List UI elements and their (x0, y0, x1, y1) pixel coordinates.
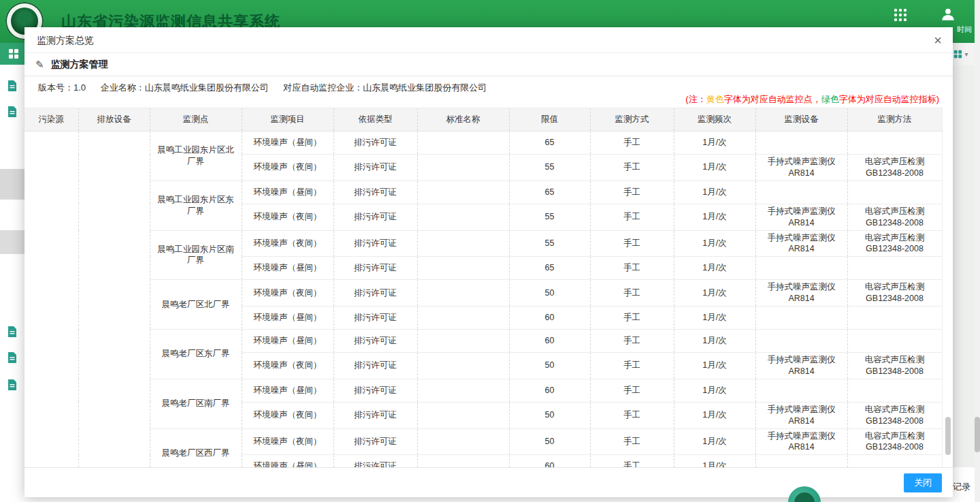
monitor-point-cell: 晨鸣老厂区北厂界 (150, 280, 242, 330)
sidebar (0, 65, 24, 467)
modal-scrollbar-thumb[interactable] (945, 417, 951, 455)
monitor-mode-cell: 手工 (590, 181, 674, 204)
auto-company-value: 山东晨鸣纸业集团股份有限公司 (363, 82, 487, 93)
monitor-mode-cell: 手工 (590, 307, 674, 330)
standard-name-cell (417, 402, 509, 428)
standard-name-cell (417, 230, 509, 257)
limit-cell: 65 (509, 257, 590, 280)
discharge-equipment-cell (78, 131, 150, 478)
monitor-freq-cell: 1月/次 (674, 402, 755, 428)
monitor-item-cell: 环境噪声（昼间） (242, 181, 333, 204)
monitor-point-cell: 晨鸣工业园东片区东厂界 (150, 181, 242, 230)
monitor-mode-cell: 手工 (590, 353, 674, 379)
company-pair: 企业名称：山东晨鸣纸业集团股份有限公司 (101, 82, 269, 93)
monitor-freq-cell: 1月/次 (674, 280, 755, 307)
standard-name-cell (417, 353, 509, 379)
monitor-freq-cell: 1月/次 (674, 155, 755, 181)
column-header: 排放设备 (78, 108, 150, 131)
monitor-point-cell: 晨鸣工业园东片区北厂界 (150, 131, 242, 181)
menu-grid-icon[interactable] (8, 48, 19, 59)
basis-type-cell: 排污许可证 (333, 181, 417, 204)
modal-title: 监测方案总览 (37, 35, 94, 46)
monitor-item-cell: 环境噪声（昼间） (242, 307, 333, 330)
basis-type-cell: 排污许可证 (333, 379, 417, 402)
monitor-device-cell: 手持式噪声监测仪AR814 (755, 204, 847, 230)
limit-cell: 55 (509, 204, 590, 230)
monitor-point-cell: 晨鸣老厂区南厂界 (150, 379, 242, 428)
standard-name-cell (417, 280, 509, 307)
note-mid1: 字体为对应自动监控点， (724, 94, 821, 104)
table-row: 晨鸣工业园东片区北厂界环境噪声（昼间）排污许可证65手工1月/次 (24, 131, 942, 155)
column-header: 监测方法 (847, 108, 942, 131)
column-header: 监测点 (150, 108, 242, 131)
screen: { "app": { "title": "山东省污染源监测信息共享系统", "t… (0, 0, 980, 502)
monitor-mode-cell: 手工 (590, 330, 674, 353)
close-icon[interactable]: × (934, 32, 942, 48)
color-legend-note: (注：黄色字体为对应自动监控点，绿色字体为对应自动监控指标) (685, 93, 939, 106)
user-icon[interactable] (939, 5, 957, 23)
column-header: 污染源 (24, 108, 78, 131)
monitor-device-cell (755, 307, 847, 330)
apps-grid-icon[interactable] (893, 7, 908, 22)
pollution-source-cell (24, 131, 78, 478)
document-icon[interactable] (7, 326, 18, 338)
monitor-method-cell: 电容式声压检测GB12348-2008 (847, 230, 942, 257)
monitoring-plan-table: 污染源排放设备监测点监测项目依据类型标准名称限值监测方式监测频次监测设备监测方法… (24, 108, 943, 478)
note-green-word: 绿色 (821, 94, 839, 104)
auto-company-label: 对应自动监控企业： (283, 82, 363, 93)
document-icon[interactable] (7, 379, 18, 391)
monitor-device-cell: 手持式噪声监测仪AR814 (755, 428, 847, 455)
sidebar-item-highlight[interactable] (0, 169, 24, 200)
close-button[interactable]: 关闭 (904, 473, 942, 492)
standard-name-cell (417, 428, 509, 455)
monitor-item-cell: 环境噪声（昼间） (242, 257, 333, 280)
basis-type-cell: 排污许可证 (333, 330, 417, 353)
monitor-item-cell: 环境噪声（夜间） (242, 428, 333, 455)
limit-cell: 65 (509, 131, 590, 155)
company-value: 山东晨鸣纸业集团股份有限公司 (145, 82, 269, 93)
monitor-item-cell: 环境噪声（夜间） (242, 280, 333, 307)
monitor-item-cell: 环境噪声（昼间） (242, 330, 333, 353)
basis-type-cell: 排污许可证 (333, 230, 417, 257)
standard-name-cell (417, 307, 509, 330)
page-scrollbar[interactable] (975, 0, 980, 502)
limit-cell: 65 (509, 181, 590, 204)
monitor-device-cell (755, 379, 847, 402)
page-scrollbar-thumb[interactable] (975, 417, 980, 452)
document-icon[interactable] (7, 351, 18, 364)
monitor-freq-cell: 1月/次 (674, 257, 755, 280)
monitor-device-cell: 手持式噪声监测仪AR814 (755, 155, 847, 181)
sidebar-item-highlight[interactable] (0, 230, 24, 254)
plan-info-line: 版本号：1.0 企业名称：山东晨鸣纸业集团股份有限公司 对应自动监控企业：山东晨… (38, 82, 499, 94)
standard-name-cell (417, 204, 509, 230)
header-row: 污染源排放设备监测点监测项目依据类型标准名称限值监测方式监测频次监测设备监测方法 (24, 108, 942, 131)
version-pair: 版本号：1.0 (38, 82, 86, 93)
layout-grid-icon (953, 50, 962, 59)
monitor-freq-cell: 1月/次 (674, 353, 755, 379)
basis-type-cell: 排污许可证 (333, 402, 417, 428)
monitor-mode-cell: 手工 (590, 379, 674, 402)
column-header: 标准名称 (417, 108, 509, 131)
monitor-method-cell: 电容式声压检测GB12348-2008 (847, 402, 942, 428)
document-icon[interactable] (7, 80, 18, 92)
table-row: 晨鸣老厂区北厂界环境噪声（夜间）排污许可证50手工1月/次手持式噪声监测仪AR8… (24, 280, 942, 307)
table-row: 晨鸣工业园东片区南厂界环境噪声（夜间）排污许可证55手工1月/次手持式噪声监测仪… (24, 230, 942, 257)
standard-name-cell (417, 155, 509, 181)
column-header: 依据类型 (333, 108, 417, 131)
visit-time-label: 时间 (957, 25, 972, 35)
monitor-item-cell: 环境噪声（夜间） (242, 204, 333, 230)
basis-type-cell: 排污许可证 (333, 257, 417, 280)
document-icon[interactable] (7, 106, 18, 118)
monitor-mode-cell: 手工 (590, 280, 674, 307)
monitor-method-cell: 电容式声压检测GB12348-2008 (847, 280, 942, 307)
monitor-item-cell: 环境噪声（夜间） (242, 155, 333, 181)
monitor-method-cell (847, 307, 942, 330)
basis-type-cell: 排污许可证 (333, 307, 417, 330)
record-count-label: 记录 (953, 481, 970, 493)
column-header: 监测方式 (590, 108, 674, 131)
monitoring-plan-modal: 监测方案总览 × ✎ 监测方案管理 版本号：1.0 企业名称：山东晨鸣纸业集团股… (24, 27, 953, 497)
monitor-mode-cell: 手工 (590, 155, 674, 181)
plan-table-body: 晨鸣工业园东片区北厂界环境噪声（昼间）排污许可证65手工1月/次环境噪声（夜间）… (24, 131, 942, 478)
limit-cell: 50 (509, 353, 590, 379)
column-header: 监测频次 (674, 108, 755, 131)
